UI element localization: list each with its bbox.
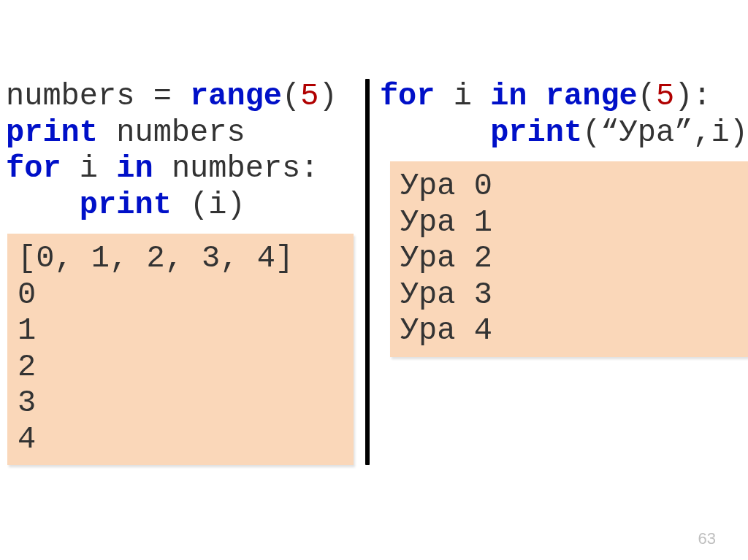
slide: numbers = range(5) print numbers for i i… bbox=[0, 0, 748, 560]
code-text: i bbox=[61, 151, 117, 186]
code-keyword: print bbox=[80, 188, 172, 223]
code-keyword: range bbox=[190, 79, 282, 114]
code-keyword: in bbox=[116, 151, 153, 186]
left-code-block: numbers = range(5) print numbers for i i… bbox=[6, 79, 361, 234]
code-number: 5 bbox=[656, 79, 674, 114]
code-text bbox=[6, 188, 80, 223]
code-keyword: for bbox=[380, 79, 435, 114]
left-column: numbers = range(5) print numbers for i i… bbox=[0, 79, 361, 465]
code-text: i bbox=[435, 79, 491, 114]
right-output-block: Ура 0 Ура 1 Ура 2 Ура 3 Ура 4 bbox=[390, 161, 748, 357]
code-text bbox=[527, 79, 546, 114]
code-text bbox=[380, 115, 490, 150]
code-text: ) bbox=[319, 79, 337, 114]
code-text: (i) bbox=[172, 188, 245, 223]
code-text: numbers bbox=[98, 115, 245, 150]
code-text: ): bbox=[674, 79, 711, 114]
column-divider bbox=[365, 79, 370, 465]
code-text: numbers = bbox=[6, 79, 190, 114]
code-keyword: for bbox=[6, 151, 61, 186]
right-code-block: for i in range(5): print(“Ура”,i) bbox=[380, 79, 748, 161]
code-text: numbers: bbox=[153, 151, 319, 186]
columns: numbers = range(5) print numbers for i i… bbox=[0, 0, 748, 465]
right-column: for i in range(5): print(“Ура”,i) Ура 0 … bbox=[374, 79, 748, 357]
page-number: 63 bbox=[698, 529, 716, 548]
code-keyword: print bbox=[490, 115, 582, 150]
code-keyword: range bbox=[546, 79, 638, 114]
code-keyword: in bbox=[490, 79, 527, 114]
code-keyword: print bbox=[6, 115, 98, 150]
code-text: ( bbox=[638, 79, 656, 114]
left-output-block: [0, 1, 2, 3, 4] 0 1 2 3 4 bbox=[7, 234, 354, 465]
code-number: 5 bbox=[300, 79, 318, 114]
code-text: (“Ура”,i) bbox=[582, 115, 748, 150]
code-text: ( bbox=[282, 79, 300, 114]
